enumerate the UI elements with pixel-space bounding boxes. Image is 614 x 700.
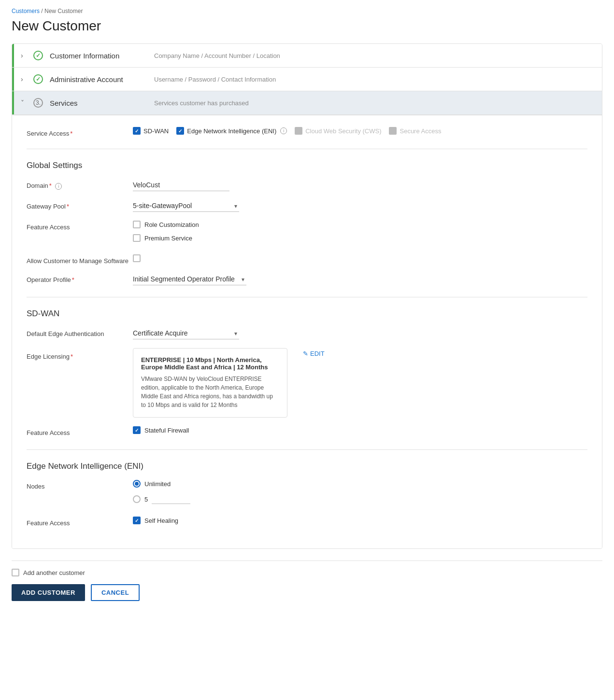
checkbox-stateful-firewall[interactable]: [133, 426, 141, 434]
edge-licensing-box: ENTERPRISE | 10 Mbps | North America, Eu…: [133, 348, 287, 418]
chevron-right-icon-2: ›: [21, 75, 29, 83]
accordion: › ✓ Customer Information Company Name / …: [12, 43, 602, 549]
premium-service-row[interactable]: Premium Service: [133, 234, 192, 242]
checkbox-self-healing[interactable]: [133, 517, 141, 524]
nodes-options: Unlimited 5: [133, 480, 587, 508]
accordion-row-admin-account[interactable]: › ✓ Administrative Account Username / Pa…: [12, 68, 602, 91]
check-mark-icon: ✓: [36, 52, 41, 59]
edge-licensing-control: ENTERPRISE | 10 Mbps | North America, Eu…: [133, 348, 587, 418]
eni-heading: Edge Network Intelligence (ENI): [27, 462, 587, 471]
edge-licensing-title: ENTERPRISE | 10 Mbps | North America, Eu…: [141, 356, 279, 371]
gateway-pool-control: 5-site-GatewayPool: [133, 200, 587, 212]
operator-profile-control: Initial Segmented Operator Profile: [133, 273, 587, 285]
edge-licensing-edit-link[interactable]: ✎ EDIT: [303, 348, 325, 357]
edge-licensing-row: Edge Licensing* ENTERPRISE | 10 Mbps | N…: [27, 348, 587, 418]
chevron-right-icon: ›: [21, 52, 29, 59]
check-mark-icon-2: ✓: [36, 76, 41, 83]
self-healing-label: Self Healing: [144, 517, 178, 524]
eni-feature-access-label: Feature Access: [27, 517, 133, 527]
gateway-pool-label: Gateway Pool*: [27, 200, 133, 210]
service-eni[interactable]: Edge Network Intelligence (ENI) i: [176, 127, 287, 135]
page-title: New Customer: [12, 18, 602, 34]
checkbox-add-another[interactable]: [12, 569, 19, 576]
role-customization-label: Role Customization: [144, 221, 199, 228]
service-access-row: Service Access* SD-WAN Edge Network Inte…: [27, 127, 587, 137]
breadcrumb-current: New Customer: [44, 8, 83, 14]
nodes-five-option[interactable]: 5: [133, 494, 190, 504]
add-another-row: Add another customer: [12, 569, 602, 576]
default-edge-auth-row: Default Edge Authentication Certificate …: [27, 327, 587, 339]
edit-label: EDIT: [310, 350, 325, 357]
edit-icon: ✎: [303, 350, 308, 357]
operator-profile-select-wrapper: Initial Segmented Operator Profile: [133, 273, 246, 285]
operator-profile-row: Operator Profile* Initial Segmented Oper…: [27, 273, 587, 285]
checkbox-eni[interactable]: [176, 127, 184, 135]
section-desc-customer-info: Company Name / Account Number / Location: [154, 52, 280, 59]
domain-control: [133, 179, 587, 191]
operator-profile-select[interactable]: Initial Segmented Operator Profile: [133, 273, 246, 285]
step-number-3: 3.: [33, 98, 43, 108]
section-desc-admin-account: Username / Password / Contact Informatio…: [154, 76, 276, 83]
add-another-label: Add another customer: [23, 569, 85, 576]
checkbox-cws: [295, 127, 302, 135]
service-access-options: SD-WAN Edge Network Intelligence (ENI) i…: [133, 127, 587, 135]
breadcrumb-customers-link[interactable]: Customers: [12, 8, 40, 14]
bottom-section: Add another customer ADD CUSTOMER CANCEL: [12, 560, 602, 609]
sdwan-feature-access-row: Feature Access Stateful Firewall: [27, 426, 587, 438]
step-check-icon-2: ✓: [33, 74, 43, 84]
radio-five[interactable]: [133, 495, 141, 503]
accordion-row-customer-info[interactable]: › ✓ Customer Information Company Name / …: [12, 44, 602, 68]
checkbox-role-customization[interactable]: [133, 221, 141, 228]
service-cws: Cloud Web Security (CWS): [295, 127, 381, 135]
radio-unlimited[interactable]: [133, 480, 141, 488]
edge-licensing-label: Edge Licensing*: [27, 348, 133, 360]
eni-feature-access-row: Feature Access Self Healing: [27, 517, 587, 528]
add-customer-button[interactable]: ADD CUSTOMER: [12, 584, 85, 601]
checkbox-manage-software[interactable]: [133, 254, 141, 262]
accordion-row-services[interactable]: ˅ 3. Services Services customer has purc…: [12, 91, 602, 115]
default-edge-auth-label: Default Edge Authentication: [27, 327, 133, 337]
sdwan-heading: SD-WAN: [27, 309, 587, 319]
nodes-label: Nodes: [27, 480, 133, 490]
checkbox-premium-service[interactable]: [133, 234, 141, 242]
domain-input[interactable]: [133, 179, 229, 191]
sdwan-label: SD-WAN: [143, 127, 169, 135]
manage-software-label: Allow Customer to Manage Software: [27, 254, 133, 265]
cancel-button[interactable]: CANCEL: [91, 584, 140, 601]
self-healing-row[interactable]: Self Healing: [133, 517, 178, 524]
section-desc-services: Services customer has purchased: [154, 99, 249, 107]
domain-info-icon[interactable]: i: [55, 183, 62, 190]
checkbox-sdwan[interactable]: [133, 127, 141, 135]
default-edge-auth-select[interactable]: Certificate Acquire: [133, 327, 239, 339]
feature-access-global-label: Feature Access: [27, 221, 133, 231]
nodes-unlimited-option[interactable]: Unlimited: [133, 480, 171, 488]
action-buttons: ADD CUSTOMER CANCEL: [12, 584, 602, 601]
role-customization-row[interactable]: Role Customization: [133, 221, 199, 228]
eni-label: Edge Network Intelligence (ENI): [187, 127, 276, 135]
service-secure-access: Secure Access: [389, 127, 441, 135]
premium-service-label: Premium Service: [144, 235, 192, 242]
sdwan-feature-access-options: Stateful Firewall: [133, 426, 587, 438]
stateful-firewall-row[interactable]: Stateful Firewall: [133, 426, 189, 434]
step-check-icon: ✓: [33, 51, 43, 60]
divider-1: [27, 149, 587, 149]
services-content: Service Access* SD-WAN Edge Network Inte…: [12, 115, 602, 548]
service-sdwan[interactable]: SD-WAN: [133, 127, 169, 135]
eni-feature-access-options: Self Healing: [133, 517, 587, 528]
service-access-label: Service Access*: [27, 127, 133, 137]
section-title-services: Services: [50, 99, 146, 107]
nodes-row: Nodes Unlimited 5: [27, 480, 587, 508]
breadcrumb: Customers / New Customer: [12, 8, 602, 14]
domain-row: Domain* i: [27, 179, 587, 191]
feature-access-global-options: Role Customization Premium Service: [133, 221, 587, 246]
gateway-pool-row: Gateway Pool* 5-site-GatewayPool: [27, 200, 587, 212]
gateway-pool-select[interactable]: 5-site-GatewayPool: [133, 200, 239, 212]
default-edge-auth-select-wrapper: Certificate Acquire: [133, 327, 239, 339]
divider-3: [27, 449, 587, 450]
global-settings-heading: Global Settings: [27, 161, 587, 170]
sdwan-section: SD-WAN Default Edge Authentication Certi…: [27, 309, 587, 438]
cws-label: Cloud Web Security (CWS): [305, 127, 381, 135]
eni-info-icon[interactable]: i: [280, 127, 287, 134]
nodes-five-input[interactable]: [152, 494, 190, 504]
nodes-unlimited-label: Unlimited: [144, 480, 171, 488]
